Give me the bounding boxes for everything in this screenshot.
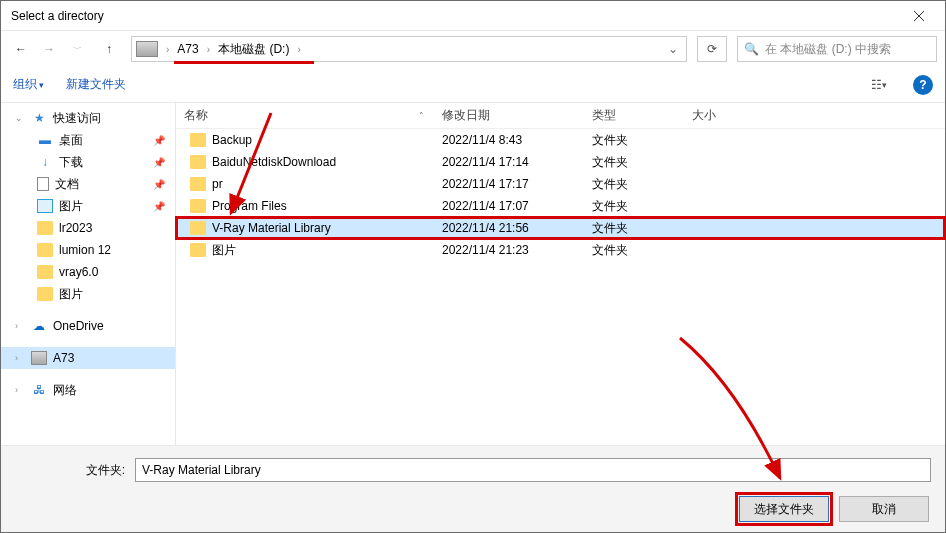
desktop-icon: ▬: [37, 133, 53, 147]
breadcrumb-dropdown[interactable]: ⌄: [660, 42, 686, 56]
recent-dropdown[interactable]: ﹀: [65, 37, 89, 61]
sidebar-item-network[interactable]: ›🖧网络: [1, 379, 175, 401]
select-folder-button[interactable]: 选择文件夹: [739, 496, 829, 522]
search-placeholder: 在 本地磁盘 (D:) 中搜索: [765, 41, 891, 58]
star-icon: ★: [31, 111, 47, 125]
toolbar: 组织 ▾ 新建文件夹 ☷ ▾ ?: [1, 67, 945, 103]
picture-icon: [37, 199, 53, 213]
folder-icon: [37, 221, 53, 235]
folder-icon: [37, 243, 53, 257]
sidebar-item-a73[interactable]: ›A73: [1, 347, 175, 369]
back-button[interactable]: ←: [9, 37, 33, 61]
annotation-underline: [174, 61, 314, 64]
sidebar-item-onedrive[interactable]: ›☁OneDrive: [1, 315, 175, 337]
navbar: ← → ﹀ ↑ › A73 › 本地磁盘 (D:) › ⌄ ⟳ 🔍 在 本地磁盘…: [1, 31, 945, 67]
search-icon: 🔍: [744, 42, 759, 56]
col-date[interactable]: 修改日期: [434, 107, 584, 124]
pin-icon: 📌: [153, 179, 165, 190]
folder-icon: [190, 199, 206, 213]
sidebar-item-pictures2[interactable]: 图片: [1, 283, 175, 305]
document-icon: [37, 177, 49, 191]
close-button[interactable]: [896, 1, 941, 30]
sidebar: ⌄★快速访问 ▬桌面📌 ↓下载📌 文档📌 图片📌 lr2023 lumion 1…: [1, 103, 176, 445]
refresh-button[interactable]: ⟳: [697, 36, 727, 62]
window-title: Select a directory: [11, 9, 896, 23]
file-row[interactable]: BaiduNetdiskDownload 2022/11/4 17:14 文件夹: [176, 151, 945, 173]
pin-icon: 📌: [153, 135, 165, 146]
main-area: ⌄★快速访问 ▬桌面📌 ↓下载📌 文档📌 图片📌 lr2023 lumion 1…: [1, 103, 945, 445]
sidebar-item-quick[interactable]: ⌄★快速访问: [1, 107, 175, 129]
folder-icon: [190, 177, 206, 191]
forward-button[interactable]: →: [37, 37, 61, 61]
sidebar-item-lumion12[interactable]: lumion 12: [1, 239, 175, 261]
help-button[interactable]: ?: [913, 75, 933, 95]
file-row-selected[interactable]: V-Ray Material Library 2022/11/4 21:56 文…: [176, 217, 945, 239]
folder-name-input[interactable]: [135, 458, 931, 482]
col-type[interactable]: 类型: [584, 107, 684, 124]
folder-icon: [190, 133, 206, 147]
file-row[interactable]: 图片 2022/11/4 21:23 文件夹: [176, 239, 945, 261]
up-button[interactable]: ↑: [97, 37, 121, 61]
download-icon: ↓: [37, 155, 53, 169]
organize-menu[interactable]: 组织 ▾: [13, 76, 44, 93]
sidebar-item-documents[interactable]: 文档📌: [1, 173, 175, 195]
file-row[interactable]: Program Files 2022/11/4 17:07 文件夹: [176, 195, 945, 217]
cancel-button[interactable]: 取消: [839, 496, 929, 522]
col-size[interactable]: 大小: [684, 107, 764, 124]
sidebar-item-lr2023[interactable]: lr2023: [1, 217, 175, 239]
breadcrumb-seg-drive[interactable]: 本地磁盘 (D:): [214, 41, 293, 58]
chevron-right-icon: ›: [293, 44, 304, 55]
titlebar: Select a directory: [1, 1, 945, 31]
sidebar-item-desktop[interactable]: ▬桌面📌: [1, 129, 175, 151]
column-header: 名称˄ 修改日期 类型 大小: [176, 103, 945, 129]
folder-icon: [190, 243, 206, 257]
folder-icon: [37, 265, 53, 279]
folder-icon: [37, 287, 53, 301]
search-input[interactable]: 🔍 在 本地磁盘 (D:) 中搜索: [737, 36, 937, 62]
new-folder-button[interactable]: 新建文件夹: [66, 76, 126, 93]
cloud-icon: ☁: [31, 319, 47, 333]
footer: 文件夹: 选择文件夹 取消: [1, 445, 945, 532]
pin-icon: 📌: [153, 157, 165, 168]
drive-icon: [136, 41, 158, 57]
breadcrumb-seg-a73[interactable]: A73: [173, 42, 202, 56]
chevron-right-icon: ›: [203, 44, 214, 55]
folder-field-label: 文件夹:: [15, 462, 125, 479]
dialog-window: Select a directory ← → ﹀ ↑ › A73 › 本地磁盘 …: [0, 0, 946, 533]
file-row[interactable]: pr 2022/11/4 17:17 文件夹: [176, 173, 945, 195]
file-list: 名称˄ 修改日期 类型 大小 Backup 2022/11/4 8:43 文件夹…: [176, 103, 945, 445]
view-menu[interactable]: ☷ ▾: [867, 76, 891, 94]
col-name[interactable]: 名称˄: [176, 107, 434, 124]
folder-icon: [190, 221, 206, 235]
file-row[interactable]: Backup 2022/11/4 8:43 文件夹: [176, 129, 945, 151]
sidebar-item-downloads[interactable]: ↓下载📌: [1, 151, 175, 173]
chevron-right-icon: ›: [162, 44, 173, 55]
sort-indicator: ˄: [419, 111, 424, 121]
pin-icon: 📌: [153, 201, 165, 212]
pc-icon: [31, 351, 47, 365]
network-icon: 🖧: [31, 383, 47, 397]
sidebar-item-pictures[interactable]: 图片📌: [1, 195, 175, 217]
breadcrumb[interactable]: › A73 › 本地磁盘 (D:) › ⌄: [131, 36, 687, 62]
folder-icon: [190, 155, 206, 169]
sidebar-item-vray60[interactable]: vray6.0: [1, 261, 175, 283]
